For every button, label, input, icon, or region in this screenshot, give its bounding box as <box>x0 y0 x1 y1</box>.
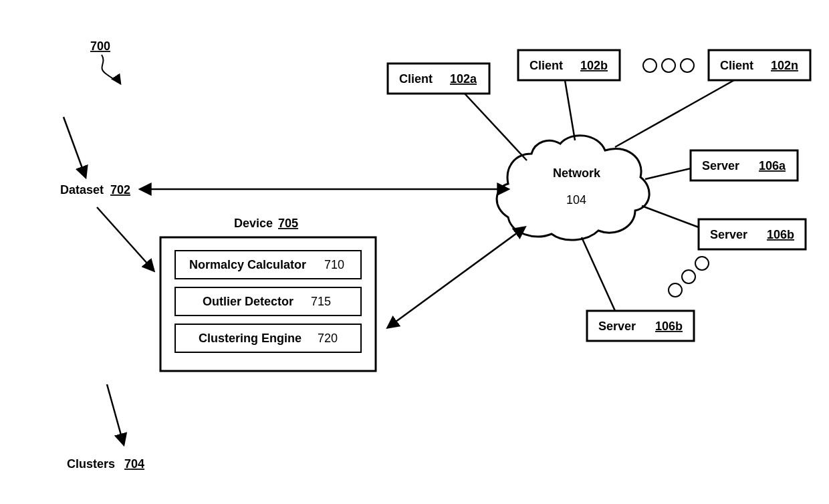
server-ref: 106b <box>655 320 683 333</box>
component-label: Clustering Engine <box>199 332 302 345</box>
clusters-ref: 704 <box>124 457 144 471</box>
svg-point-9 <box>682 270 695 283</box>
client-ref: 102n <box>771 59 798 72</box>
connector <box>465 94 527 160</box>
client-ref: 102b <box>580 59 608 72</box>
arrow-network-device <box>388 227 525 328</box>
device-label: Device <box>234 217 273 230</box>
server-label: Server <box>702 159 739 172</box>
client-node: Client 102b <box>518 50 620 80</box>
connector <box>582 237 615 311</box>
svg-point-2 <box>643 59 657 72</box>
connector <box>565 80 575 140</box>
client-ref: 102a <box>450 72 477 86</box>
device-node: Device 705 Normalcy Calculator 710 Outli… <box>160 217 376 371</box>
client-label: Client <box>399 72 433 86</box>
network-cloud: Network 104 <box>497 136 649 240</box>
component-ref: 710 <box>324 258 344 271</box>
client-node: Client 102n <box>709 50 810 80</box>
svg-point-3 <box>662 59 675 72</box>
server-label: Server <box>710 228 747 241</box>
connector <box>615 80 734 147</box>
dataset-node: Dataset 702 <box>60 183 130 197</box>
client-node: Client 102a <box>388 64 489 94</box>
clusters-node: Clusters 704 <box>67 457 144 471</box>
clusters-label: Clusters <box>67 457 115 471</box>
device-ref: 705 <box>278 217 298 230</box>
component-ref: 715 <box>311 295 331 308</box>
server-label: Server <box>598 320 636 333</box>
arrow-dataset-device <box>97 207 154 271</box>
ellipsis-icon <box>669 257 709 297</box>
server-node: Server 106b <box>587 311 694 341</box>
network-ref: 104 <box>566 193 586 207</box>
component-ref: 720 <box>318 332 338 345</box>
ellipsis-icon <box>643 59 694 72</box>
svg-point-10 <box>669 283 682 297</box>
network-label: Network <box>553 166 601 180</box>
connector <box>645 168 691 179</box>
dataset-label: Dataset <box>60 183 104 197</box>
arrow-to-dataset <box>64 117 86 177</box>
client-label: Client <box>720 59 753 72</box>
server-node: Server 106b <box>699 219 806 249</box>
server-ref: 106b <box>767 228 794 241</box>
svg-point-8 <box>695 257 709 270</box>
server-node: Server 106a <box>691 150 798 180</box>
system-diagram: 700 Dataset 702 Device 705 Normalcy Calc… <box>0 0 829 504</box>
connector <box>642 206 699 227</box>
figure-ref: 700 <box>90 39 120 84</box>
arrow-device-clusters <box>107 384 124 445</box>
server-ref: 106a <box>759 159 786 172</box>
client-label: Client <box>529 59 563 72</box>
svg-point-4 <box>681 59 694 72</box>
figure-ref-label: 700 <box>90 39 110 53</box>
component-label: Outlier Detector <box>203 295 293 308</box>
dataset-ref: 702 <box>110 183 130 197</box>
component-label: Normalcy Calculator <box>189 258 306 271</box>
